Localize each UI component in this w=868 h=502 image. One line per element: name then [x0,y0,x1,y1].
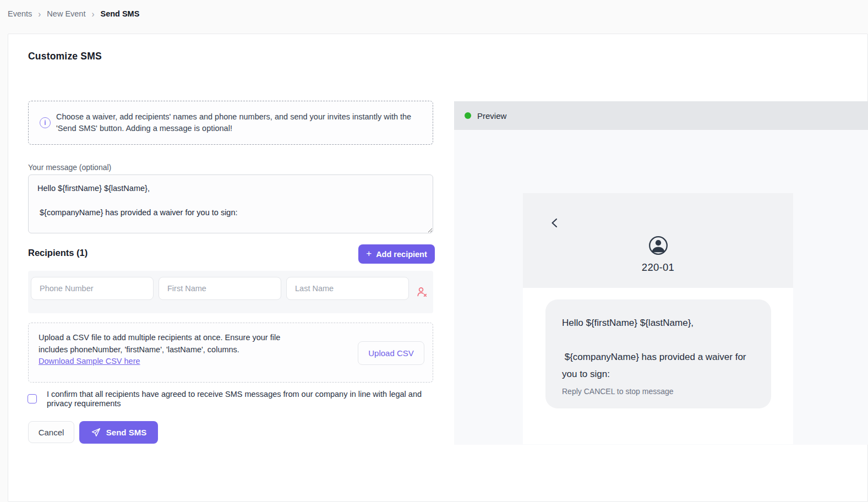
plus-icon: + [366,248,372,259]
phone-contact-header: 220-01 [523,193,793,288]
breadcrumb-new-event[interactable]: New Event [47,9,85,18]
add-recipient-label: Add recipient [376,250,427,259]
sms-message-bubble: Hello ${firstName} ${lastName}, ${compan… [545,299,771,408]
phone-chat-area: Hello ${firstName} ${lastName}, ${compan… [523,288,793,444]
status-dot-icon [465,112,471,119]
csv-description-text: Upload a CSV file to add multiple recipi… [39,333,280,354]
preview-phone-number: 220-01 [642,261,674,274]
recipient-row [28,271,433,313]
breadcrumb-send-sms: Send SMS [100,9,139,18]
person-remove-icon [416,286,428,298]
sms-message-text: Hello ${firstName} ${lastName}, ${compan… [562,314,755,383]
upload-csv-button[interactable]: Upload CSV [358,341,424,365]
recipients-heading: Recipients (1) [28,248,88,258]
chevron-right-icon: › [38,8,41,19]
cancel-button[interactable]: Cancel [28,421,74,443]
back-chevron-icon[interactable] [548,216,561,231]
message-label: Your message (optional) [28,163,111,172]
send-sms-page: Events › New Event › Send SMS Customize … [0,0,868,502]
preview-title: Preview [477,111,506,121]
page-title: Customize SMS [28,51,102,62]
consent-checkbox[interactable] [28,394,37,403]
last-name-input[interactable] [286,277,409,300]
send-sms-button[interactable]: Send SMS [79,421,158,444]
preview-panel: 220-01 Hello ${firstName} ${lastName}, $… [454,130,868,445]
info-banner: i Choose a waiver, add recipients' names… [28,101,433,145]
send-plane-icon [91,427,101,438]
remove-recipient-button[interactable] [415,285,429,299]
send-sms-label: Send SMS [106,428,146,437]
sms-optout-text: Reply CANCEL to stop message [562,386,755,397]
breadcrumb: Events › New Event › Send SMS [8,9,139,18]
contact-identity: 220-01 [523,235,793,274]
csv-upload-box: Upload a CSV file to add multiple recipi… [28,323,433,383]
info-icon: i [40,117,51,128]
info-banner-text: Choose a waiver, add recipients' names a… [56,111,417,135]
consent-label: I confirm that all recipients have agree… [47,390,425,408]
customize-sms-card: Customize SMS i Choose a waiver, add rec… [8,34,868,502]
download-sample-csv-link[interactable]: Download Sample CSV here [39,356,140,368]
add-recipient-button[interactable]: + Add recipient [358,244,435,264]
phone-number-input[interactable] [31,277,154,300]
avatar-icon [648,235,669,256]
breadcrumb-events[interactable]: Events [8,9,32,18]
csv-description: Upload a CSV file to add multiple recipi… [39,332,297,368]
preview-header: Preview [454,101,868,130]
chevron-right-icon: › [91,8,94,19]
message-textarea[interactable]: Hello ${firstName} ${lastName}, ${compan… [28,174,433,233]
first-name-input[interactable] [159,277,281,300]
